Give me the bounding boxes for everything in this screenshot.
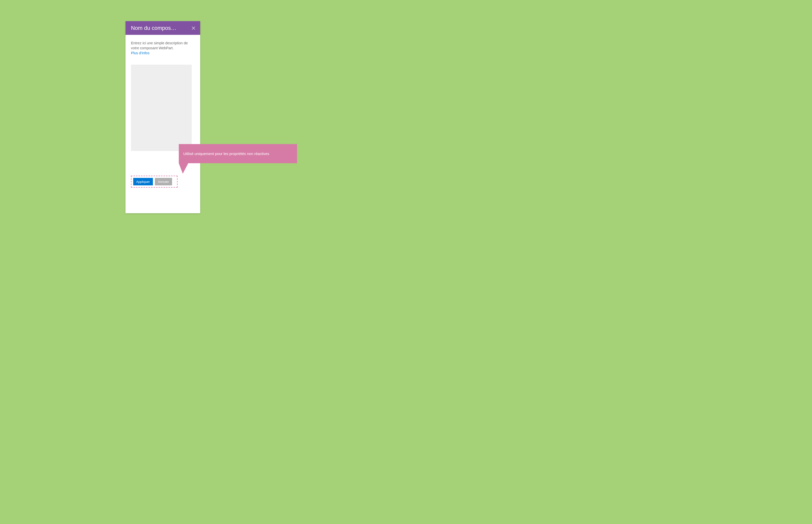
more-info-link[interactable]: Plus d’infos — [131, 51, 149, 55]
callout-text: Utilisé uniquement pour les propriétés n… — [183, 151, 269, 156]
close-button[interactable] — [190, 25, 197, 31]
property-pane: Nom du compos… Entrez ici une simple des… — [126, 21, 200, 213]
action-buttons-highlight: Appliquer Annuler — [131, 176, 177, 187]
close-icon — [192, 27, 195, 30]
content-placeholder — [131, 65, 192, 151]
panel-title: Nom du compos… — [131, 25, 190, 31]
apply-button[interactable]: Appliquer — [133, 178, 153, 185]
panel-description: Entrez ici une simple description de vot… — [131, 41, 195, 50]
cancel-button[interactable]: Annuler — [155, 178, 172, 185]
svg-marker-2 — [179, 163, 188, 174]
panel-body: Entrez ici une simple description de vot… — [126, 35, 200, 155]
panel-header: Nom du compos… — [126, 21, 200, 35]
callout-annotation: Utilisé uniquement pour les propriétés n… — [179, 144, 297, 163]
